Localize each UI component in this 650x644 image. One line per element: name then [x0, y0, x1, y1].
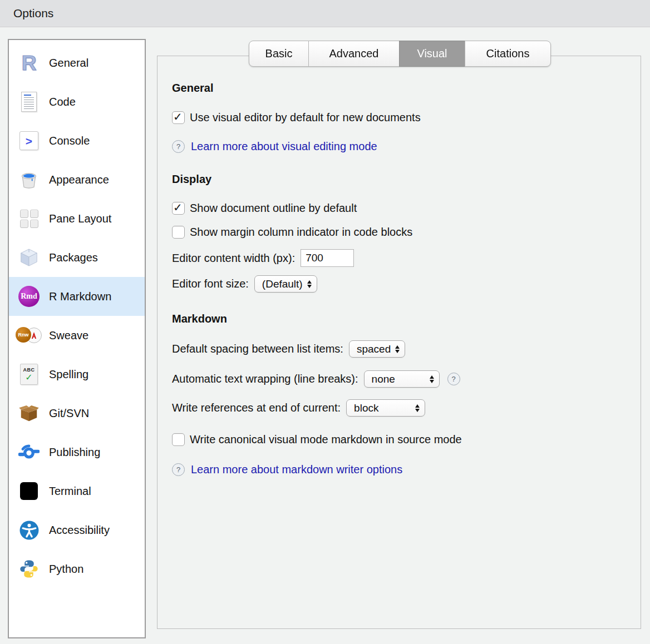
rmarkdown-icon: Rmd	[17, 284, 41, 309]
r-logo-icon: R	[17, 51, 41, 75]
option-show-margin: Show margin column indicator in code blo…	[172, 226, 641, 239]
sidebar-item-general[interactable]: R General	[9, 43, 145, 82]
tab-basic[interactable]: Basic	[249, 41, 309, 67]
option-write-references: Write references at end of current: bloc…	[172, 399, 641, 417]
console-icon: >	[17, 128, 41, 153]
checkbox-show-outline[interactable]	[172, 202, 185, 215]
tab-citations[interactable]: Citations	[465, 41, 551, 67]
pane-grid-icon	[17, 206, 41, 231]
sidebar-item-console[interactable]: > Console	[9, 121, 145, 160]
panel-tabbar: Basic Advanced Visual Citations	[249, 41, 551, 67]
option-show-outline: Show document outline by default	[172, 202, 641, 215]
option-use-visual-editor: Use visual editor by default for new doc…	[172, 111, 641, 124]
list-spacing-select[interactable]: spaced	[349, 340, 405, 358]
sidebar-item-label: Spelling	[49, 368, 88, 381]
help-icon[interactable]: ?	[172, 140, 185, 153]
sidebar-item-label: Packages	[49, 251, 98, 264]
text-wrapping-select[interactable]: none	[364, 370, 440, 388]
accessibility-icon	[17, 518, 41, 542]
option-label: Show document outline by default	[190, 202, 357, 215]
sidebar-item-sweave[interactable]: Rnw Sweave	[9, 316, 145, 355]
option-canonical-markdown: Write canonical visual mode markdown in …	[172, 433, 641, 446]
sidebar-item-label: Console	[49, 135, 90, 147]
section-heading-display: Display	[172, 173, 641, 186]
sidebar-item-pane-layout[interactable]: Pane Layout	[9, 199, 145, 238]
settings-panel: General Use visual editor by default for…	[157, 56, 641, 629]
sidebar-item-code[interactable]: Code	[9, 82, 145, 121]
checkbox-show-margin[interactable]	[172, 226, 185, 239]
option-text-wrapping: Automatic text wrapping (line breaks): n…	[172, 370, 641, 388]
option-label: Use visual editor by default for new doc…	[190, 111, 421, 124]
help-icon[interactable]: ?	[172, 463, 185, 476]
sidebar-item-label: Publishing	[49, 446, 100, 459]
stepper-arrows-icon	[415, 404, 420, 412]
sidebar-item-label: Git/SVN	[49, 407, 89, 420]
sidebar-item-publishing[interactable]: Publishing	[9, 433, 145, 472]
stepper-arrows-icon	[395, 345, 400, 353]
checkbox-canonical-markdown[interactable]	[172, 433, 185, 446]
sidebar-item-label: Pane Layout	[49, 212, 111, 225]
section-heading-general: General	[172, 82, 641, 95]
sidebar-item-spelling[interactable]: ABC✓ Spelling	[9, 355, 145, 394]
field-label: Editor content width (px):	[172, 252, 295, 265]
stepper-arrows-icon	[430, 375, 434, 383]
sidebar-item-packages[interactable]: Packages	[9, 238, 145, 277]
option-label: Write canonical visual mode markdown in …	[190, 433, 462, 446]
field-label: Editor font size:	[172, 278, 249, 290]
python-icon	[17, 557, 41, 581]
window-titlebar: Options	[0, 0, 650, 27]
publish-connect-icon	[17, 440, 41, 464]
link-markdown-writer-options[interactable]: Learn more about markdown writer options	[191, 463, 402, 476]
section-heading-markdown: Markdown	[172, 313, 641, 325]
sidebar-item-label: Python	[49, 563, 83, 576]
paint-bucket-icon	[17, 167, 41, 192]
settings-nav: R General Code > Console Appearance Pane…	[8, 39, 146, 638]
sidebar-item-terminal[interactable]: Terminal	[9, 472, 145, 511]
help-icon[interactable]: ?	[447, 373, 460, 385]
sidebar-item-label: Accessibility	[49, 524, 110, 537]
terminal-icon	[17, 479, 41, 503]
sidebar-item-r-markdown[interactable]: Rmd R Markdown	[9, 277, 145, 316]
sidebar-item-label: Code	[49, 96, 76, 108]
checkbox-use-visual-editor[interactable]	[172, 111, 185, 124]
sidebar-item-git-svn[interactable]: Git/SVN	[9, 394, 145, 433]
spellcheck-icon: ABC✓	[17, 362, 41, 387]
option-editor-font-size: Editor font size: (Default)	[172, 275, 641, 293]
help-link-markdown-writer: ? Learn more about markdown writer optio…	[172, 463, 641, 476]
stepper-arrows-icon	[307, 280, 312, 288]
sidebar-item-label: Appearance	[49, 174, 109, 186]
sidebar-item-label: General	[49, 57, 88, 70]
sidebar-item-python[interactable]: Python	[9, 549, 145, 588]
tab-visual[interactable]: Visual	[399, 41, 465, 67]
sidebar-item-label: R Markdown	[49, 290, 111, 303]
field-label: Automatic text wrapping (line breaks):	[172, 373, 358, 385]
sweave-icon: Rnw	[17, 323, 41, 348]
help-link-visual-editing: ? Learn more about visual editing mode	[172, 140, 641, 153]
option-editor-content-width: Editor content width (px):	[172, 249, 641, 267]
editor-content-width-input[interactable]	[301, 249, 354, 267]
package-cube-icon	[17, 245, 41, 270]
option-label: Show margin column indicator in code blo…	[190, 226, 412, 239]
sidebar-item-label: Sweave	[49, 329, 88, 342]
git-box-icon	[17, 401, 41, 425]
window-title: Options	[13, 7, 53, 20]
sidebar-item-appearance[interactable]: Appearance	[9, 160, 145, 199]
sidebar-item-label: Terminal	[49, 485, 91, 498]
code-document-icon	[17, 90, 41, 114]
link-visual-editing-mode[interactable]: Learn more about visual editing mode	[191, 140, 377, 153]
field-label: Write references at end of current:	[172, 402, 341, 414]
sidebar-item-accessibility[interactable]: Accessibility	[9, 511, 145, 549]
tab-advanced[interactable]: Advanced	[308, 41, 400, 67]
references-select[interactable]: block	[346, 399, 425, 417]
field-label: Default spacing between list items:	[172, 343, 343, 355]
editor-font-size-select[interactable]: (Default)	[254, 275, 317, 293]
option-list-spacing: Default spacing between list items: spac…	[172, 340, 641, 358]
